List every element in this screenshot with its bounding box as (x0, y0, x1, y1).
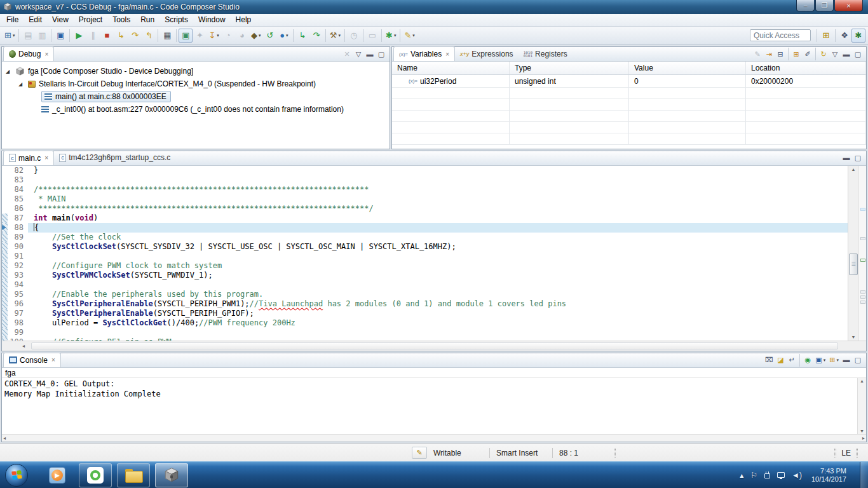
debug-tree-item[interactable]: ◢Stellaris In-Circuit Debug Interface/CO… (2, 78, 390, 90)
scroll-left-icon[interactable]: ◂ (22, 343, 25, 349)
editor-horizontal-scrollbar[interactable]: ◂ (2, 341, 866, 351)
ccs-debug-perspective-button[interactable]: ✱ (851, 29, 865, 43)
line-number[interactable]: 99 (8, 328, 28, 337)
connect-target-button[interactable]: ▣ (179, 29, 193, 43)
volume-icon[interactable]: ◄) (792, 471, 802, 480)
minimize-button[interactable]: − (796, 0, 815, 11)
column-header-name[interactable]: Name (392, 62, 510, 74)
asm-step-over-button[interactable]: ↷ (309, 29, 323, 43)
line-number[interactable]: 83 (8, 175, 28, 185)
ruler-mark[interactable] (860, 290, 865, 294)
ruler-mark[interactable] (860, 208, 865, 211)
console-horizontal-scrollbar[interactable]: ◂ ▸ (2, 434, 866, 442)
pin-view-button[interactable]: ✐ (802, 48, 813, 60)
menu-file[interactable]: File (1, 14, 24, 25)
debug-tree-item[interactable]: ◢fga [Code Composer Studio - Device Debu… (2, 65, 390, 78)
scroll-left-icon[interactable]: ◂ (3, 435, 6, 441)
code-line[interactable]: 97 SysCtlPeripheralEnable(SYSCTL_PERIPH_… (2, 309, 848, 318)
reset-cpu-button[interactable]: ↺ (263, 29, 277, 43)
maximize-button[interactable]: ▢ (852, 152, 864, 165)
coccoc-taskbar-button[interactable] (79, 463, 112, 487)
menu-project[interactable]: Project (74, 14, 107, 25)
show-hidden-icons-button[interactable]: ▴ (740, 471, 743, 480)
line-number[interactable]: 89 (8, 233, 28, 242)
column-header-value[interactable]: Value (629, 62, 746, 74)
line-number[interactable]: 95 (8, 290, 28, 299)
view-memory-button[interactable]: ▦ (160, 29, 174, 43)
scroll-up-icon[interactable]: ▲ (858, 379, 866, 383)
scroll-up-icon[interactable]: ▲ (848, 167, 858, 172)
new-file-button[interactable]: ⊞▾ (3, 29, 17, 43)
minimize-button[interactable]: ▬ (841, 48, 852, 60)
console-output[interactable]: CORTEX_M4_0: GEL Output:Memory Map Initi… (2, 378, 857, 435)
ccs-edit-perspective-button[interactable]: ❖ (837, 29, 851, 43)
view-menu-button[interactable]: ▽ (829, 48, 841, 60)
line-number[interactable]: 96 (8, 299, 28, 309)
menu-view[interactable]: View (47, 14, 74, 25)
variable-row[interactable]: (x)=ui32Periodunsigned int00x20000200 (392, 75, 866, 88)
code-line[interactable]: 82} (2, 166, 848, 175)
build-button[interactable]: ⚒▾ (328, 29, 342, 43)
menu-help[interactable]: Help (231, 14, 257, 25)
load-program-button[interactable]: ↧▾ (207, 29, 220, 43)
quick-access-input[interactable]: Quick Access (750, 29, 811, 41)
code-line[interactable]: 96 SysCtlPeripheralEnable(SYSCTL_PERIPH_… (2, 299, 848, 309)
network-icon[interactable] (777, 472, 785, 478)
code-line[interactable]: 92 //Configure PWM clock to match system (2, 261, 848, 271)
terminate-button[interactable]: ■ (100, 29, 114, 43)
start-button[interactable] (5, 464, 28, 487)
code-line[interactable]: 90 SysCtlClockSet(SYSCTL_SYSDIV_32 | SYS… (2, 242, 848, 252)
menu-window[interactable]: Window (193, 14, 231, 25)
editor-tab-tm4c123gh6pm_startup_ccs.c[interactable]: ctm4c123gh6pm_startup_ccs.c (54, 151, 175, 165)
explorer-taskbar-button[interactable] (117, 463, 150, 487)
debug-tree-item[interactable]: _c_int00() at boot.asm:227 0x000009C6 (_… (2, 103, 390, 116)
scroll-lock-button[interactable]: ◪ (775, 354, 786, 367)
show-desktop-button[interactable] (860, 462, 868, 488)
close-icon[interactable]: × (44, 154, 48, 161)
code-line[interactable]: 89 //Set the clock (2, 233, 848, 242)
code-line[interactable]: 94 (2, 280, 848, 290)
minimize-button[interactable]: ▬ (841, 354, 852, 367)
scroll-right-icon[interactable]: ▸ (862, 435, 865, 441)
ruler-mark[interactable] (860, 301, 865, 304)
display-selected-console-button[interactable]: ▣▾ (813, 354, 827, 367)
code-line[interactable]: 87int main(void) (2, 214, 848, 223)
taskbar-clock[interactable]: 7:43 PM 10/14/2017 (811, 467, 846, 484)
tab-expressions[interactable]: x+yExpressions (455, 46, 519, 61)
run-to-line-button[interactable]: ●▾ (277, 29, 291, 43)
line-number[interactable]: 98 (8, 318, 28, 328)
open-new-view-button[interactable]: ⊞ (790, 48, 802, 60)
code-line[interactable]: 83 (2, 175, 848, 185)
view-menu-button[interactable]: ▽ (353, 48, 364, 60)
tree-expander-icon[interactable]: ◢ (6, 69, 12, 74)
line-number[interactable]: 82 (8, 166, 28, 175)
menu-run[interactable]: Run (135, 14, 159, 25)
power-plug-icon[interactable] (764, 473, 770, 478)
clear-console-button[interactable]: ⌧ (763, 354, 775, 367)
close-icon[interactable]: × (51, 356, 55, 363)
minimize-button[interactable]: ▬ (364, 48, 376, 60)
menu-scripts[interactable]: Scripts (159, 14, 193, 25)
tab-variables[interactable]: (x)=Variables× (393, 46, 455, 61)
scrollbar-thumb[interactable]: ☰ (849, 254, 858, 275)
scroll-down-icon[interactable]: ▼ (858, 429, 866, 433)
line-number[interactable]: 86 (8, 204, 28, 214)
line-number[interactable]: 87 (8, 214, 28, 223)
line-number[interactable]: 93 (8, 271, 28, 280)
tab-debug[interactable]: Debug × (3, 46, 54, 61)
line-number[interactable]: 90 (8, 242, 28, 252)
code-line[interactable]: 84/*************************************… (2, 185, 848, 194)
action-center-flag-icon[interactable]: ⚐ (750, 471, 757, 480)
menu-edit[interactable]: Edit (24, 14, 47, 25)
tab-console[interactable]: Console × (3, 353, 61, 367)
ruler-mark-current-line[interactable] (860, 259, 865, 262)
refresh-button[interactable]: ↻ (818, 48, 829, 60)
ccs-taskbar-button[interactable] (155, 463, 188, 487)
line-number[interactable]: 94 (8, 280, 28, 290)
add-watch-button[interactable]: ⇥ (763, 48, 775, 60)
code-editor[interactable]: 82}8384/********************************… (2, 166, 848, 341)
ruler-mark[interactable] (860, 237, 865, 240)
selected-stack-frame[interactable]: main() at main.c:88 0x000003EE (41, 91, 171, 102)
step-into-button[interactable]: ↳ (114, 29, 128, 43)
editor-vertical-scrollbar[interactable]: ▲ ☰ ▼ (848, 166, 858, 341)
